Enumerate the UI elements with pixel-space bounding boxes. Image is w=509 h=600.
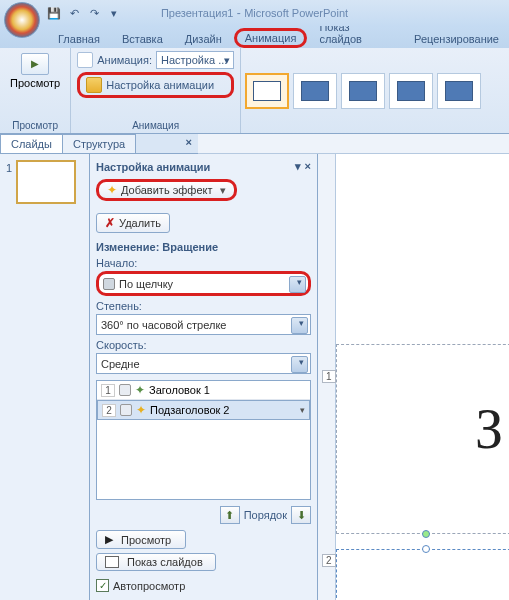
animation-combo[interactable]: Настройка ...	[156, 51, 234, 69]
app-name: Microsoft PowerPoint	[244, 7, 348, 19]
remove-icon: ✗	[105, 216, 115, 230]
placeholder-label-1: 1	[322, 370, 336, 383]
order-down-button[interactable]: ⬇	[291, 506, 311, 524]
ribbon-group-animation: Анимация: Настройка ... Настройка анимац…	[71, 48, 241, 133]
custom-animation-button[interactable]: Настройка анимации	[77, 72, 234, 98]
effect-star-icon: ✦	[135, 383, 145, 397]
effects-list: 1 ✦ Заголовок 1 2 ✦ Подзаголовок 2	[96, 380, 311, 500]
slide-number: 1	[6, 162, 12, 204]
tab-home[interactable]: Главная	[48, 30, 110, 48]
add-effect-button[interactable]: ✦ Добавить эффект	[96, 179, 237, 201]
title-bar: 💾 ↶ ↷ ▾ Презентация1 - Microsoft PowerPo…	[0, 0, 509, 26]
mouse-icon	[120, 404, 132, 416]
remove-label: Удалить	[119, 217, 161, 229]
transition-none[interactable]	[245, 73, 289, 109]
slideshow-icon	[105, 556, 119, 568]
slide-canvas[interactable]: 1 З 2	[336, 154, 509, 600]
effect-row[interactable]: 2 ✦ Подзаголовок 2	[97, 400, 310, 420]
degree-combo[interactable]: 360° по часовой стрелке	[96, 314, 311, 335]
ribbon: Просмотр Просмотр Анимация: Настройка ..…	[0, 48, 509, 134]
transitions-gallery[interactable]	[241, 48, 485, 133]
custom-animation-label: Настройка анимации	[106, 79, 214, 91]
pane-close-icon[interactable]: ×	[305, 160, 311, 173]
pane-title: Настройка анимации	[96, 161, 210, 173]
remove-button[interactable]: ✗ Удалить	[96, 213, 170, 233]
speed-value: Средне	[101, 358, 140, 370]
speed-combo[interactable]: Средне	[96, 353, 311, 374]
tab-insert[interactable]: Вставка	[112, 30, 173, 48]
side-tab-outline[interactable]: Структура	[62, 134, 136, 153]
undo-icon[interactable]: ↶	[65, 4, 83, 22]
change-section-title: Изменение: Вращение	[96, 241, 311, 253]
effect-star-icon: ✦	[136, 403, 146, 417]
ribbon-tabs: Главная Вставка Дизайн Анимация Показ сл…	[0, 26, 509, 48]
play-icon	[105, 533, 117, 546]
preview-button[interactable]: Просмотр	[6, 51, 64, 91]
animation-label: Анимация:	[97, 54, 152, 66]
save-icon[interactable]: 💾	[45, 4, 63, 22]
group-label-animation: Анимация	[77, 120, 234, 131]
slide-thumbnails-panel: 1	[0, 154, 90, 600]
animation-icon	[77, 52, 93, 68]
placeholder-label-2: 2	[322, 554, 336, 567]
mouse-icon	[119, 384, 131, 396]
slideshow-button[interactable]: Показ слайдов	[96, 553, 216, 571]
tab-review[interactable]: Рецензирование	[404, 30, 509, 48]
office-button[interactable]	[4, 2, 40, 38]
order-controls: ⬆ Порядок ⬇	[96, 506, 311, 524]
effect-name: Подзаголовок 2	[150, 404, 230, 416]
redo-icon[interactable]: ↷	[85, 4, 103, 22]
slideshow-label: Показ слайдов	[127, 556, 203, 568]
start-label: Начало:	[96, 257, 311, 269]
effect-number: 1	[101, 384, 115, 397]
start-value: По щелчку	[119, 278, 173, 290]
autopreview-checkbox[interactable]: ✓ Автопросмотр	[96, 579, 311, 592]
preview-icon	[21, 53, 49, 75]
effect-number: 2	[102, 404, 116, 417]
play-button[interactable]: Просмотр	[96, 530, 186, 549]
document-name: Презентация1	[161, 7, 234, 19]
speed-label: Скорость:	[96, 339, 311, 351]
degree-label: Степень:	[96, 300, 311, 312]
add-effect-label: Добавить эффект	[121, 184, 212, 196]
ribbon-group-preview: Просмотр Просмотр	[0, 48, 71, 133]
resize-handle[interactable]	[422, 545, 430, 553]
mouse-icon	[103, 278, 115, 290]
custom-animation-pane: Настройка анимации ▾ × ✦ Добавить эффект…	[90, 154, 318, 600]
transition-item[interactable]	[389, 73, 433, 109]
quick-access-toolbar: 💾 ↶ ↷ ▾	[45, 4, 123, 22]
checkbox-icon: ✓	[96, 579, 109, 592]
star-icon: ✦	[107, 183, 117, 197]
qat-dropdown-icon[interactable]: ▾	[105, 4, 123, 22]
play-label: Просмотр	[121, 534, 171, 546]
order-label: Порядок	[244, 509, 287, 521]
side-tabs: Слайды Структура ×	[0, 134, 198, 154]
rotate-handle[interactable]	[422, 530, 430, 538]
preview-label: Просмотр	[10, 77, 60, 89]
degree-value: 360° по часовой стрелке	[101, 319, 226, 331]
pane-title-row: Настройка анимации ▾ ×	[96, 158, 311, 179]
ruler-horizontal	[198, 134, 509, 154]
transition-item[interactable]	[437, 73, 481, 109]
custom-animation-icon	[86, 77, 102, 93]
group-label-preview: Просмотр	[6, 120, 64, 131]
thumbnail-image	[16, 160, 76, 204]
side-tab-slides[interactable]: Слайды	[0, 134, 63, 153]
transition-item[interactable]	[293, 73, 337, 109]
start-combo[interactable]: По щелчку	[96, 271, 311, 296]
order-up-button[interactable]: ⬆	[220, 506, 240, 524]
window-title: Презентация1 - Microsoft PowerPoint	[161, 6, 348, 20]
autopreview-label: Автопросмотр	[113, 580, 185, 592]
slide-thumbnail[interactable]: 1	[6, 160, 83, 204]
subtitle-placeholder[interactable]	[336, 549, 509, 600]
effect-name: Заголовок 1	[149, 384, 210, 396]
tab-design[interactable]: Дизайн	[175, 30, 232, 48]
tab-animation[interactable]: Анимация	[234, 28, 308, 48]
pane-dropdown-icon[interactable]: ▾	[295, 160, 301, 173]
side-tabs-close[interactable]: ×	[180, 134, 198, 153]
title-text: З	[475, 397, 503, 461]
transition-item[interactable]	[341, 73, 385, 109]
effect-row[interactable]: 1 ✦ Заголовок 1	[97, 381, 310, 400]
title-placeholder[interactable]: З	[336, 344, 509, 534]
